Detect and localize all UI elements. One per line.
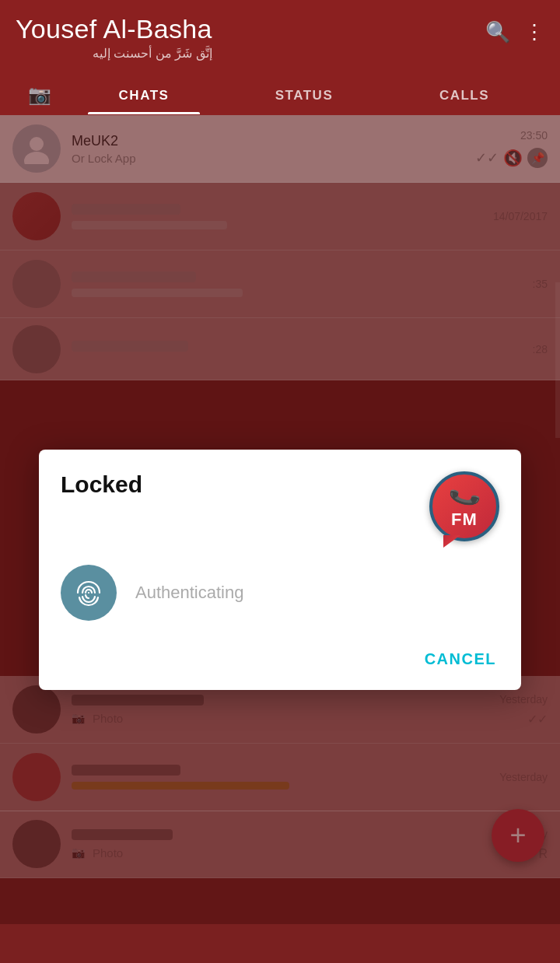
- fingerprint-svg: [72, 576, 106, 610]
- dialog-body: Authenticating: [61, 565, 499, 621]
- cancel-button[interactable]: CANCEL: [422, 644, 499, 674]
- tabs-bar: 📷 CHATS STATUS CALLS: [16, 75, 544, 115]
- tab-calls[interactable]: CALLS: [384, 75, 544, 114]
- tab-chats[interactable]: CHATS: [64, 75, 224, 114]
- dialog-title: Locked: [61, 471, 142, 498]
- app-title: Yousef Al-Basha: [16, 14, 212, 44]
- fingerprint-icon: [61, 565, 117, 621]
- camera-icon[interactable]: 📷: [16, 75, 64, 115]
- app-header: Yousef Al-Basha إتَّق شَرَّ من أحسنت إلي…: [0, 0, 560, 115]
- chat-list: MeUK2 Or Lock App 23:50 ✓✓ 🔇 📌 14/07/201…: [0, 115, 560, 924]
- fm-logo-bubble: 📞 FM: [429, 471, 499, 541]
- app-subtitle: إتَّق شَرَّ من أحسنت إليه: [16, 46, 212, 61]
- authenticating-text: Authenticating: [135, 583, 243, 603]
- header-title-block: Yousef Al-Basha إتَّق شَرَّ من أحسنت إلي…: [16, 14, 212, 61]
- fm-logo: 📞 FM: [429, 471, 499, 541]
- tab-status[interactable]: STATUS: [224, 75, 384, 114]
- dialog-actions: CANCEL: [61, 644, 499, 674]
- locked-dialog: Locked 📞 FM: [39, 450, 521, 690]
- header-top: Yousef Al-Basha إتَّق شَرَّ من أحسنت إلي…: [16, 14, 544, 68]
- header-icons: 🔍 ⋮: [485, 14, 544, 44]
- fm-logo-text: FM: [451, 510, 478, 530]
- dialog-header: Locked 📞 FM: [61, 471, 499, 541]
- menu-icon[interactable]: ⋮: [524, 20, 544, 44]
- search-icon[interactable]: 🔍: [485, 20, 510, 44]
